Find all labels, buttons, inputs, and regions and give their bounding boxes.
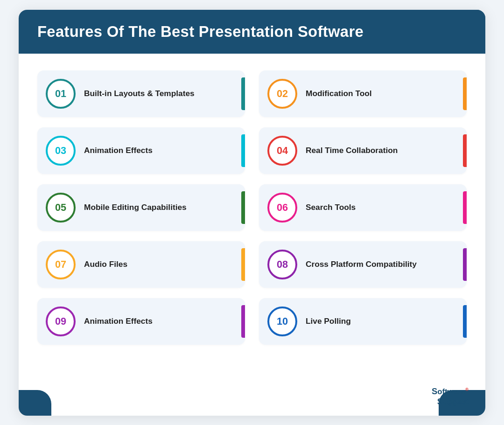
feature-card-08: 08Cross Platform Compatibility [259,241,467,288]
decor-left [19,390,51,416]
feature-bar-07 [241,248,245,281]
feature-number-10: 10 [267,307,297,336]
feature-card-10: 10Live Polling [259,298,467,345]
feature-bar-02 [463,77,467,110]
feature-bar-09 [241,305,245,338]
header: Features Of The Best Presentation Softwa… [19,10,485,54]
feature-number-06: 06 [267,193,297,223]
feature-number-07: 07 [46,250,76,279]
feature-bar-03 [241,134,245,167]
feature-card-07: 07Audio Files [37,241,245,288]
feature-label-02: Modification Tool [306,88,467,99]
feature-card-06: 06Search Tools [259,184,467,231]
feature-label-06: Search Tools [306,202,467,213]
page-title: Features Of The Best Presentation Softwa… [37,23,364,41]
feature-number-04: 04 [267,136,297,166]
feature-card-09: 09Animation Effects [37,298,245,345]
feature-card-04: 04Real Time Collaboration [259,127,467,174]
feature-number-01: 01 [46,79,76,109]
feature-number-05: 05 [46,193,76,223]
feature-card-05: 05Mobile Editing Capabilities [37,184,245,231]
feature-bar-10 [463,305,467,338]
feature-label-01: Built-in Layouts & Templates [84,88,245,99]
feature-bar-08 [463,248,467,281]
footer: Software® Suggest [432,386,469,407]
features-grid: 01Built-in Layouts & Templates02Modifica… [19,54,485,354]
feature-label-03: Animation Effects [84,145,245,156]
feature-bar-04 [463,134,467,167]
feature-bar-05 [241,191,245,224]
feature-label-07: Audio Files [84,259,245,270]
main-card: Features Of The Best Presentation Softwa… [19,10,485,416]
feature-bar-06 [463,191,467,224]
feature-number-08: 08 [267,250,297,279]
feature-number-03: 03 [46,136,76,166]
feature-label-04: Real Time Collaboration [306,145,467,156]
feature-card-01: 01Built-in Layouts & Templates [37,70,245,117]
feature-label-09: Animation Effects [84,316,245,327]
brand-logo: Software® Suggest [432,386,469,407]
feature-number-09: 09 [46,307,76,336]
feature-bar-01 [241,77,245,110]
feature-card-03: 03Animation Effects [37,127,245,174]
feature-label-10: Live Polling [306,316,467,327]
feature-card-02: 02Modification Tool [259,70,467,117]
feature-label-08: Cross Platform Compatibility [306,259,467,270]
feature-number-02: 02 [267,79,297,109]
feature-label-05: Mobile Editing Capabilities [84,202,245,213]
